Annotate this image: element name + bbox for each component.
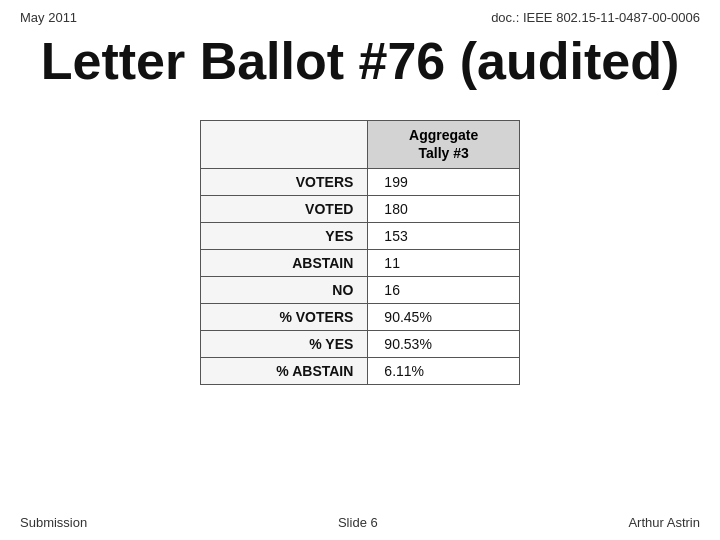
- table-row: YES153: [201, 222, 520, 249]
- table-label-cell: % YES: [201, 330, 368, 357]
- table-value-cell: 153: [368, 222, 520, 249]
- empty-header-cell: [201, 121, 368, 168]
- table-label-cell: VOTED: [201, 195, 368, 222]
- table-label-cell: ABSTAIN: [201, 249, 368, 276]
- table-label-cell: % VOTERS: [201, 303, 368, 330]
- table-row: % YES90.53%: [201, 330, 520, 357]
- table-row: % VOTERS90.45%: [201, 303, 520, 330]
- aggregate-tally-header: Aggregate Tally #3: [368, 121, 520, 168]
- table-label-cell: YES: [201, 222, 368, 249]
- table-value-cell: 180: [368, 195, 520, 222]
- table-value-cell: 199: [368, 168, 520, 195]
- table-value-cell: 90.53%: [368, 330, 520, 357]
- header-bar: May 2011 doc.: IEEE 802.15-11-0487-00-00…: [0, 0, 720, 25]
- table-row: VOTERS199: [201, 168, 520, 195]
- table-row: NO16: [201, 276, 520, 303]
- footer-slide: Slide 6: [338, 515, 378, 530]
- table-row: ABSTAIN11: [201, 249, 520, 276]
- ballot-table: Aggregate Tally #3 VOTERS199VOTED180YES1…: [200, 120, 520, 384]
- table-value-cell: 90.45%: [368, 303, 520, 330]
- table-value-cell: 16: [368, 276, 520, 303]
- header-date: May 2011: [20, 10, 77, 25]
- table-container: Aggregate Tally #3 VOTERS199VOTED180YES1…: [0, 120, 720, 384]
- footer-author: Arthur Astrin: [628, 515, 700, 530]
- page-title: Letter Ballot #76 (audited): [0, 33, 720, 90]
- table-value-cell: 6.11%: [368, 357, 520, 384]
- table-row: VOTED180: [201, 195, 520, 222]
- footer-submission: Submission: [20, 515, 87, 530]
- footer: Submission Slide 6 Arthur Astrin: [0, 515, 720, 530]
- table-label-cell: % ABSTAIN: [201, 357, 368, 384]
- table-label-cell: VOTERS: [201, 168, 368, 195]
- table-value-cell: 11: [368, 249, 520, 276]
- table-row: % ABSTAIN6.11%: [201, 357, 520, 384]
- table-label-cell: NO: [201, 276, 368, 303]
- header-doc: doc.: IEEE 802.15-11-0487-00-0006: [491, 10, 700, 25]
